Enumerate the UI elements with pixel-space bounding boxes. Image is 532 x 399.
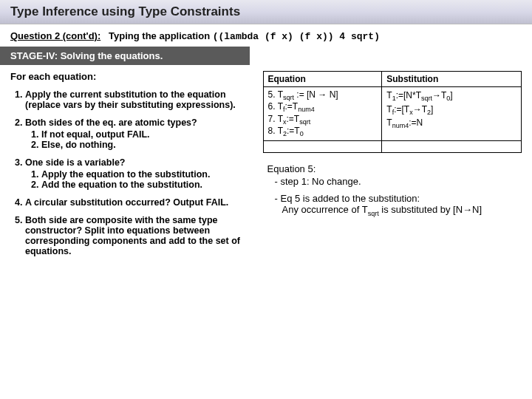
rule-list: Apply the current substitution to the eq… xyxy=(10,89,250,256)
equation-cell: 5. Tsqrt := [N → N] 6. Tf:=Tnum4 7. Tx:=… xyxy=(263,87,382,141)
notes-item: step 1: No change. xyxy=(275,176,522,187)
table-head-eq: Equation xyxy=(263,72,382,87)
rule-item: One side is a variable? Apply the equati… xyxy=(25,157,250,190)
question-desc: Typing the application xyxy=(109,30,210,41)
rule-subitem: If not equal, output FAIL. xyxy=(41,129,250,140)
question-row: Question 2 (cont'd): Typing the applicat… xyxy=(0,24,532,47)
rule-item: Both side are composite with the same ty… xyxy=(25,215,250,256)
left-column: For each equation: Apply the current sub… xyxy=(10,71,250,264)
for-each-label: For each equation: xyxy=(10,71,250,82)
notes-item: Eq 5 is added to the substitution:Any oc… xyxy=(275,193,522,217)
rule-subitem: Else, do nothing. xyxy=(41,140,250,150)
page-title: Type Inference using Type Constraints xyxy=(10,4,522,19)
table-head-sub: Substitution xyxy=(382,72,522,87)
rule-sublist: If not equal, output FAIL. Else, do noth… xyxy=(25,129,250,150)
equation-notes: Equation 5: step 1: No change. Eq 5 is a… xyxy=(263,163,522,217)
rule-item: Both sides of the eq. are atomic types? … xyxy=(25,117,250,150)
notes-heading: Equation 5: xyxy=(267,163,522,174)
stage-bar: STAGE-IV: Solving the equations. xyxy=(0,47,250,65)
rule-item: Apply the current substitution to the eq… xyxy=(25,89,250,110)
question-code: ((lambda (f x) (f x)) 4 sqrt) xyxy=(213,31,380,42)
right-column: Equation Substitution 5. Tsqrt := [N → N… xyxy=(263,71,522,264)
question-lead: Question 2 (cont'd): xyxy=(10,30,100,41)
substitution-cell: T1:=[N*Tsqrt→T0] Tf:=[Tx→T2] Tnum4:=N xyxy=(382,87,522,141)
rule-item: A circular substitution occurred? Output… xyxy=(25,197,250,208)
rule-subitem: Apply the equation to the substitution. xyxy=(41,169,250,180)
title-bar: Type Inference using Type Constraints xyxy=(0,0,532,24)
table-row: 5. Tsqrt := [N → N] 6. Tf:=Tnum4 7. Tx:=… xyxy=(263,87,521,141)
equation-table: Equation Substitution 5. Tsqrt := [N → N… xyxy=(263,71,522,153)
main-columns: For each equation: Apply the current sub… xyxy=(0,65,532,271)
rule-sublist: Apply the equation to the substitution. … xyxy=(25,169,250,190)
rule-subitem: Add the equation to the substitution. xyxy=(41,180,250,190)
table-row xyxy=(263,140,521,152)
